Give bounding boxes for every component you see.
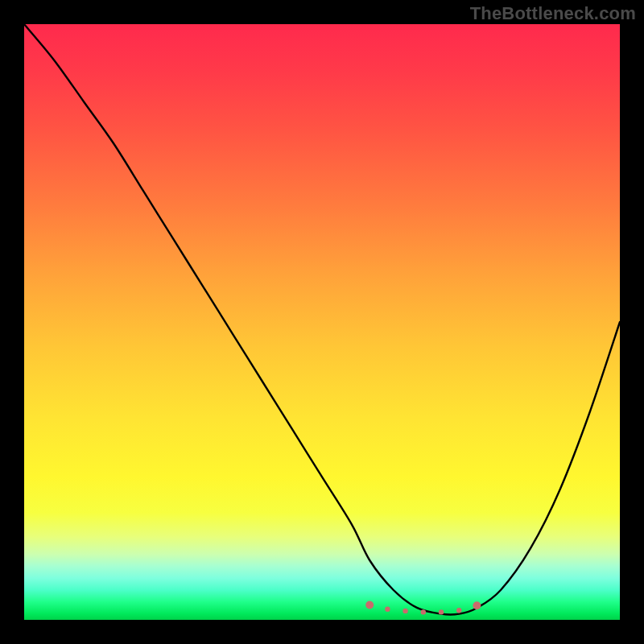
bottleneck-curve xyxy=(24,24,620,620)
optimal-dot xyxy=(385,607,390,612)
optimal-dot xyxy=(456,608,461,613)
chart-frame: TheBottleneck.com xyxy=(0,0,644,644)
watermark-text: TheBottleneck.com xyxy=(470,3,636,24)
optimal-dot xyxy=(402,609,407,613)
optimal-dot xyxy=(473,601,481,609)
optimal-dot xyxy=(365,601,374,609)
plot-area xyxy=(24,24,620,620)
optimal-dot xyxy=(421,609,426,614)
optimal-dot xyxy=(439,609,444,614)
